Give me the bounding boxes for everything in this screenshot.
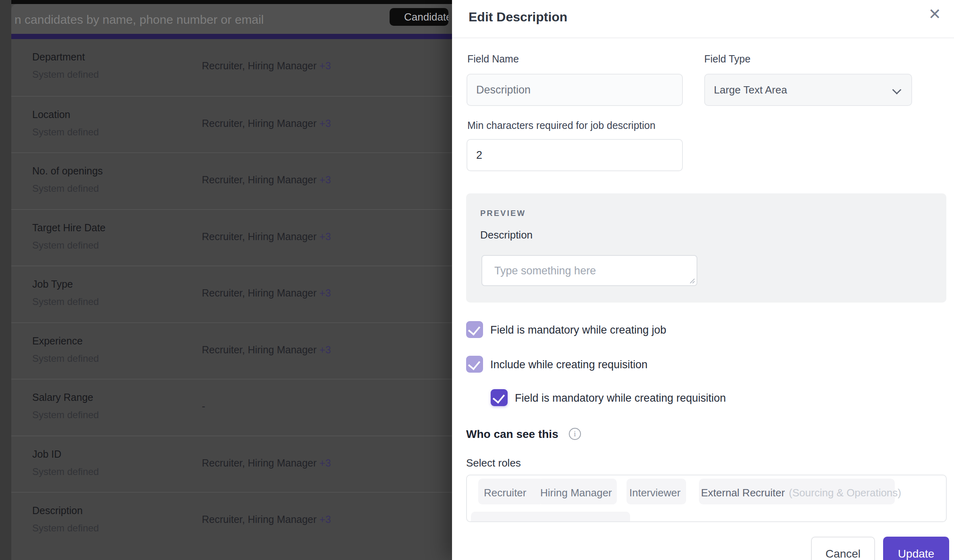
role-option-external-recruiter[interactable]: External Recruiter(Sourcing & Operations… xyxy=(701,487,901,499)
field-title: Target Hire Date xyxy=(32,222,106,234)
search-bar[interactable]: n candidates by name, phone number or em… xyxy=(11,4,452,34)
more-count: +3 xyxy=(319,174,331,185)
field-type-select[interactable]: Large Text Area xyxy=(704,74,912,106)
field-subtitle: System defined xyxy=(32,296,99,307)
textarea-placeholder: Type something here xyxy=(494,265,596,277)
modal-header: Edit Description ✕ xyxy=(452,0,954,38)
field-roles-value: Recruiter, Hiring Manager +3 xyxy=(202,174,331,186)
min-chars-input[interactable]: 2 xyxy=(467,139,683,171)
preview-heading: PREVIEW xyxy=(480,209,526,218)
fields-list: Department System defined Recruiter, Hir… xyxy=(11,39,452,560)
field-title: Job ID xyxy=(32,448,61,460)
field-subtitle: System defined xyxy=(32,69,99,80)
chevron-down-icon xyxy=(892,85,902,95)
field-roles-value: Recruiter, Hiring Manager +3 xyxy=(202,118,331,129)
include-requisition-checkbox[interactable] xyxy=(466,356,483,373)
field-title: Location xyxy=(32,109,71,120)
role-option-hiring-manager[interactable]: Hiring Manager xyxy=(540,487,612,499)
resize-handle-icon[interactable] xyxy=(688,276,695,284)
role-suffix: (Sourcing & Operations) xyxy=(789,487,901,499)
mandatory-job-checkbox[interactable] xyxy=(466,321,483,338)
field-roles-value: - xyxy=(202,400,205,412)
search-input[interactable]: n candidates by name, phone number or em… xyxy=(15,13,264,27)
mandatory-requisition-checkbox[interactable] xyxy=(491,389,508,406)
field-title: No. of openings xyxy=(32,165,103,177)
more-count: +3 xyxy=(319,457,331,469)
include-requisition-label: Include while creating requisition xyxy=(490,359,647,371)
field-name-input[interactable]: Description xyxy=(467,74,683,106)
field-subtitle: System defined xyxy=(32,353,99,364)
role-option-interviewer[interactable]: Interviewer xyxy=(629,487,680,499)
more-count: +3 xyxy=(319,60,331,71)
preview-textarea[interactable]: Type something here xyxy=(481,255,697,286)
table-row[interactable]: Job Type System defined Recruiter, Hirin… xyxy=(11,265,452,322)
edit-description-modal: Edit Description ✕ Field Name Descriptio… xyxy=(452,0,954,560)
field-roles-value: Recruiter, Hiring Manager +3 xyxy=(202,457,331,469)
field-title: Salary Range xyxy=(32,392,93,403)
field-subtitle: System defined xyxy=(32,523,99,534)
table-row[interactable]: Experience System defined Recruiter, Hir… xyxy=(11,322,452,379)
preview-section: PREVIEW Description Type something here xyxy=(466,193,946,303)
mandatory-requisition-label: Field is mandatory while creating requis… xyxy=(515,392,726,404)
more-count: +3 xyxy=(319,231,331,242)
mandatory-job-label: Field is mandatory while creating job xyxy=(490,324,666,336)
table-row[interactable]: Location System defined Recruiter, Hirin… xyxy=(11,96,452,153)
page-edge-strip xyxy=(0,0,11,560)
field-roles-value: Recruiter, Hiring Manager +3 xyxy=(202,344,331,356)
close-icon[interactable]: ✕ xyxy=(928,6,941,22)
role-option-recruiter[interactable]: Recruiter xyxy=(484,487,526,499)
field-title: Department xyxy=(32,51,85,63)
cancel-button[interactable]: Cancel xyxy=(811,537,875,560)
info-icon[interactable]: i xyxy=(569,428,581,440)
field-subtitle: System defined xyxy=(32,240,99,251)
table-row[interactable]: Department System defined Recruiter, Hir… xyxy=(11,39,452,96)
page-title: Edit Description xyxy=(469,10,567,25)
more-count: +3 xyxy=(319,287,331,299)
field-title: Experience xyxy=(32,335,83,347)
top-band xyxy=(11,0,452,4)
who-can-see-heading: Who can see this xyxy=(466,428,558,441)
update-button[interactable]: Update xyxy=(883,537,949,560)
field-subtitle: System defined xyxy=(32,183,99,194)
field-name-label: Field Name xyxy=(467,53,519,65)
field-roles-value: Recruiter, Hiring Manager +3 xyxy=(202,287,331,299)
field-subtitle: System defined xyxy=(32,127,99,138)
more-count: +3 xyxy=(319,514,331,525)
preview-field-label: Description xyxy=(480,229,533,241)
select-roles-label: Select roles xyxy=(466,457,521,469)
table-row[interactable]: No. of openings System defined Recruiter… xyxy=(11,152,452,209)
field-roles-value: Recruiter, Hiring Manager +3 xyxy=(202,514,331,525)
role-chip-ghost xyxy=(471,512,630,522)
more-count: +3 xyxy=(319,118,331,129)
field-title: Description xyxy=(32,505,83,516)
field-roles-value: Recruiter, Hiring Manager +3 xyxy=(202,60,331,72)
table-row[interactable]: Salary Range System defined - xyxy=(11,379,452,436)
field-type-label: Field Type xyxy=(704,53,751,65)
table-row[interactable]: Target Hire Date System defined Recruite… xyxy=(11,209,452,266)
min-chars-label: Min characters required for job descript… xyxy=(467,120,655,131)
more-count: +3 xyxy=(319,344,331,355)
table-row[interactable]: Description System defined Recruiter, Hi… xyxy=(11,492,452,549)
background-page: n candidates by name, phone number or em… xyxy=(0,0,452,560)
field-subtitle: System defined xyxy=(32,409,99,421)
field-roles-value: Recruiter, Hiring Manager +3 xyxy=(202,231,331,243)
field-subtitle: System defined xyxy=(32,466,99,477)
header-accent-bar xyxy=(11,34,452,39)
field-title: Job Type xyxy=(32,278,73,290)
table-row[interactable]: Job ID System defined Recruiter, Hiring … xyxy=(11,436,452,492)
candidates-badge[interactable]: Candidates xyxy=(390,8,448,26)
